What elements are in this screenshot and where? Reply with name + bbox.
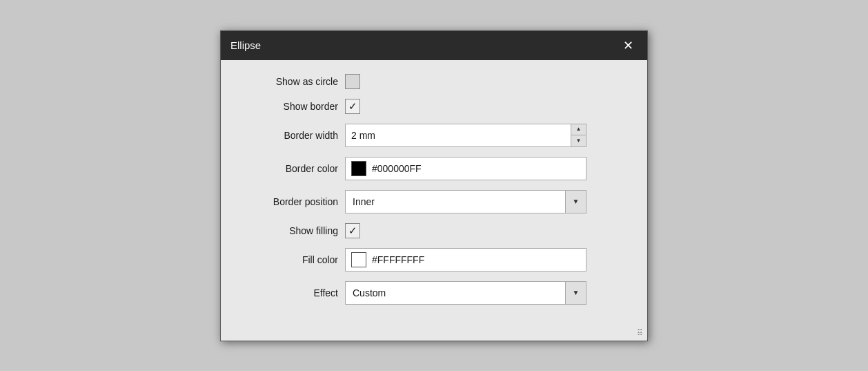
close-button[interactable]: ✕ bbox=[618, 36, 638, 55]
border-width-label: Border width bbox=[241, 130, 338, 141]
border-color-row: Border color #000000FF bbox=[241, 157, 627, 180]
border-width-input[interactable] bbox=[346, 124, 571, 146]
effect-dropdown-arrow-icon: ▼ bbox=[565, 282, 586, 304]
show-border-checkbox[interactable] bbox=[345, 99, 360, 114]
title-bar: Ellipse ✕ bbox=[221, 31, 647, 60]
border-width-row: Border width ▲ ▼ bbox=[241, 124, 627, 147]
border-color-text: #000000FF bbox=[372, 163, 422, 174]
fill-color-label: Fill color bbox=[241, 254, 338, 265]
show-filling-label: Show filling bbox=[241, 225, 338, 236]
effect-value: Custom bbox=[346, 287, 565, 298]
border-position-value: Inner bbox=[346, 196, 565, 207]
spinbox-up-button[interactable]: ▲ bbox=[571, 124, 586, 135]
show-as-circle-checkbox[interactable] bbox=[345, 74, 360, 89]
show-border-label: Show border bbox=[241, 101, 338, 112]
border-color-swatch bbox=[351, 161, 366, 176]
border-position-row: Border position Inner ▼ bbox=[241, 190, 627, 213]
border-position-label: Border position bbox=[241, 196, 338, 207]
border-color-label: Border color bbox=[241, 163, 338, 174]
effect-label: Effect bbox=[241, 287, 338, 298]
border-position-dropdown[interactable]: Inner ▼ bbox=[345, 190, 586, 213]
fill-color-swatch bbox=[351, 252, 366, 267]
dropdown-arrow-icon: ▼ bbox=[565, 191, 586, 213]
dialog-title: Ellipse bbox=[230, 39, 261, 51]
spinbox-down-button[interactable]: ▼ bbox=[571, 135, 586, 146]
show-border-row: Show border bbox=[241, 99, 627, 114]
dialog-content: Show as circle Show border Border width … bbox=[221, 60, 647, 325]
resize-grip-icon: ⠿ bbox=[637, 328, 643, 338]
ellipse-dialog: Ellipse ✕ Show as circle Show border Bor… bbox=[220, 30, 648, 341]
effect-dropdown[interactable]: Custom ▼ bbox=[345, 281, 586, 305]
show-as-circle-label: Show as circle bbox=[241, 76, 338, 87]
effect-row: Effect Custom ▼ bbox=[241, 281, 627, 305]
fill-color-row: Fill color #FFFFFFFF bbox=[241, 248, 627, 272]
show-filling-checkbox[interactable] bbox=[345, 223, 360, 238]
show-filling-row: Show filling bbox=[241, 223, 627, 238]
fill-color-field[interactable]: #FFFFFFFF bbox=[345, 248, 586, 272]
fill-color-text: #FFFFFFFF bbox=[372, 254, 424, 265]
show-as-circle-row: Show as circle bbox=[241, 74, 627, 89]
spinbox-buttons: ▲ ▼ bbox=[571, 124, 586, 146]
border-width-spinbox[interactable]: ▲ ▼ bbox=[345, 124, 586, 147]
border-color-field[interactable]: #000000FF bbox=[345, 157, 586, 180]
bottom-bar: ⠿ bbox=[221, 325, 647, 341]
